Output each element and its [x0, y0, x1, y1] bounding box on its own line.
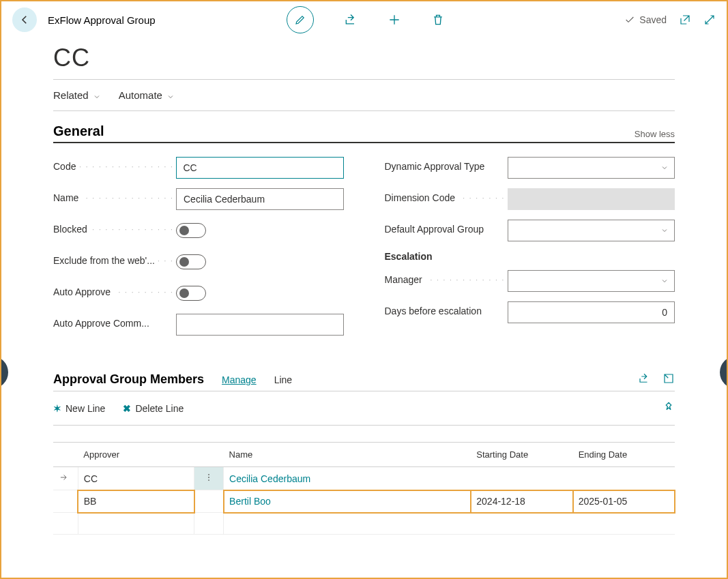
chevron-down-icon — [93, 91, 101, 100]
section-title-general: General — [53, 123, 104, 139]
members-table: Approver Name Starting Date Ending Date … — [53, 442, 675, 535]
row-indicator-cell — [53, 513, 78, 535]
col-approver[interactable]: Approver — [78, 443, 194, 467]
pencil-icon — [294, 14, 306, 26]
name-cell[interactable]: Cecilia Cederbaum — [224, 467, 471, 490]
auto-approve-label: Auto Approve — [53, 286, 113, 297]
ending-cell[interactable] — [573, 513, 675, 535]
code-input[interactable] — [176, 157, 344, 179]
arrow-left-icon — [18, 14, 31, 26]
col-name[interactable]: Name — [224, 443, 471, 467]
share-button[interactable] — [344, 13, 358, 27]
new-button[interactable] — [388, 13, 401, 27]
saved-label: Saved — [639, 14, 667, 25]
starting-cell[interactable]: 2024-12-18 — [471, 490, 572, 513]
svg-point-1 — [208, 477, 209, 478]
col-indicator — [53, 443, 78, 467]
back-button[interactable] — [12, 8, 37, 32]
exclude-label: Exclude from the web'... — [53, 255, 158, 266]
members-title: Approval Group Members — [53, 372, 204, 387]
col-ending[interactable]: Ending Date — [573, 443, 675, 467]
auto-approve-comm-input[interactable] — [176, 314, 344, 336]
col-starting[interactable]: Starting Date — [471, 443, 572, 467]
starting-cell[interactable] — [471, 467, 572, 490]
show-less-link[interactable]: Show less — [635, 129, 675, 139]
days-label: Days before escalation — [385, 306, 484, 316]
escalation-title: Escalation — [385, 251, 675, 262]
maximize-icon — [663, 372, 675, 385]
blocked-label: Blocked — [53, 224, 90, 235]
code-label: Code — [53, 161, 78, 172]
blocked-toggle[interactable] — [176, 223, 206, 238]
def-approval-select[interactable] — [508, 220, 675, 241]
delete-line-icon: ✖ — [123, 403, 131, 414]
row-menu-button[interactable] — [204, 473, 214, 484]
name-label: Name — [53, 192, 81, 203]
new-line-label: New Line — [65, 403, 105, 414]
new-line-button[interactable]: ✶ New Line — [53, 403, 105, 414]
share-icon — [638, 372, 650, 385]
exclude-toggle[interactable] — [176, 254, 206, 269]
manager-label: Manager — [385, 274, 425, 285]
days-input[interactable] — [508, 301, 675, 323]
table-row[interactable]: BBBertil Boo2024-12-182025-01-05 — [53, 490, 675, 513]
name-cell[interactable] — [224, 513, 471, 535]
chevron-down-icon — [660, 226, 669, 235]
row-indicator-cell — [53, 490, 78, 513]
ending-cell[interactable] — [573, 467, 675, 490]
new-line-icon: ✶ — [53, 403, 61, 414]
share-icon — [344, 13, 358, 27]
saved-status: Saved — [624, 14, 667, 25]
table-row[interactable]: CCCecilia Cederbaum — [53, 467, 675, 490]
pin-icon — [663, 401, 675, 413]
col-menu — [194, 443, 224, 467]
delete-line-label: Delete Line — [135, 403, 184, 414]
svg-point-0 — [208, 474, 209, 475]
starting-cell[interactable] — [471, 513, 572, 535]
share-subgrid-button[interactable] — [638, 372, 650, 387]
expand-button[interactable] — [703, 14, 716, 26]
dim-code-label: Dimension Code — [385, 192, 458, 203]
approver-cell[interactable]: CC — [78, 467, 194, 490]
table-row[interactable] — [53, 513, 675, 535]
dyn-approval-label: Dynamic Approval Type — [385, 161, 488, 172]
popout-icon — [679, 14, 691, 26]
name-cell[interactable]: Bertil Boo — [224, 490, 471, 513]
line-tab[interactable]: Line — [274, 374, 292, 385]
chevron-down-icon — [166, 91, 175, 100]
menu-related-label: Related — [53, 89, 89, 101]
name-input[interactable] — [176, 188, 344, 210]
row-arrow-icon — [59, 473, 68, 484]
approver-cell[interactable] — [78, 513, 194, 535]
expand-icon — [703, 14, 716, 26]
row-menu-cell[interactable] — [194, 490, 224, 513]
chevron-down-icon — [660, 277, 669, 285]
chevron-down-icon — [660, 164, 669, 172]
page-title: CC — [53, 44, 675, 72]
edit-button[interactable] — [287, 6, 314, 33]
delete-line-button[interactable]: ✖ Delete Line — [123, 403, 184, 414]
row-indicator-cell — [53, 467, 78, 490]
row-menu-cell[interactable] — [194, 467, 224, 490]
menu-automate[interactable]: Automate — [119, 89, 175, 101]
menu-related[interactable]: Related — [53, 89, 101, 101]
def-approval-label: Default Approval Group — [385, 224, 487, 235]
delete-button[interactable] — [431, 13, 445, 27]
manage-tab[interactable]: Manage — [222, 374, 257, 385]
trash-icon — [431, 13, 445, 27]
dim-code-input — [508, 188, 675, 210]
svg-point-2 — [208, 479, 209, 481]
plus-icon — [388, 13, 401, 27]
manager-select[interactable] — [508, 270, 675, 292]
approver-cell[interactable]: BB — [78, 490, 194, 513]
pin-button[interactable] — [663, 401, 675, 415]
auto-approve-toggle[interactable] — [176, 286, 206, 301]
popout-button[interactable] — [679, 14, 691, 26]
ending-cell[interactable]: 2025-01-05 — [573, 490, 675, 513]
dyn-approval-select[interactable] — [508, 157, 675, 179]
menu-automate-label: Automate — [119, 89, 162, 101]
maximize-subgrid-button[interactable] — [663, 372, 675, 387]
check-icon — [624, 14, 635, 25]
row-menu-cell[interactable] — [194, 513, 224, 535]
auto-approve-comm-label: Auto Approve Comm... — [53, 318, 152, 329]
